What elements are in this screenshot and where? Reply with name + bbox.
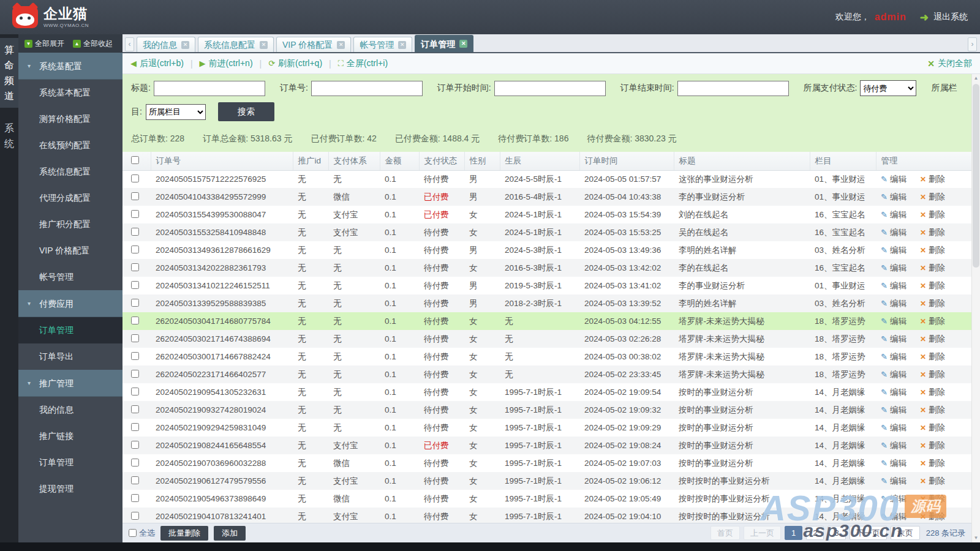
- add-button[interactable]: 添加: [214, 526, 246, 541]
- delete-button[interactable]: ✕删除: [920, 440, 945, 451]
- delete-button[interactable]: ✕删除: [920, 351, 945, 362]
- edit-button[interactable]: ✎编辑: [881, 476, 907, 487]
- back-button[interactable]: ◀ 后退(ctrl+b): [130, 58, 184, 69]
- refresh-button[interactable]: ⟳ 刷新(ctrl+q): [268, 58, 322, 69]
- delete-button[interactable]: ✕删除: [920, 209, 945, 220]
- page-next-button[interactable]: 下一页: [850, 526, 887, 540]
- edit-button[interactable]: ✎编辑: [881, 422, 907, 433]
- tab-close-icon[interactable]: ✕: [398, 41, 406, 49]
- sidebar-item[interactable]: VIP 价格配置: [18, 238, 123, 264]
- delete-button[interactable]: ✕删除: [920, 405, 945, 416]
- row-checkbox[interactable]: [131, 388, 139, 395]
- sidebar-group-2[interactable]: ▾付费应用: [18, 290, 123, 317]
- row-checkbox[interactable]: [131, 192, 139, 200]
- edit-button[interactable]: ✎编辑: [881, 263, 907, 274]
- row-checkbox[interactable]: [131, 352, 139, 360]
- scrollbar-thumb[interactable]: [973, 84, 979, 268]
- tab-close-icon[interactable]: ✕: [337, 41, 345, 49]
- row-checkbox[interactable]: [131, 476, 139, 484]
- edit-button[interactable]: ✎编辑: [881, 280, 907, 291]
- tab-scroll-right-icon[interactable]: ›: [968, 37, 977, 51]
- select-all-checkbox[interactable]: [129, 529, 137, 537]
- row-checkbox[interactable]: [131, 246, 139, 253]
- delete-button[interactable]: ✕删除: [920, 422, 945, 433]
- sidebar-item[interactable]: 推广积分配置: [18, 211, 123, 238]
- pay-status-select[interactable]: 待付费: [860, 80, 916, 96]
- batch-delete-button[interactable]: 批量删除: [160, 526, 208, 541]
- scroll-down-icon[interactable]: ▼: [972, 534, 980, 542]
- header-checkbox[interactable]: [131, 156, 139, 164]
- collapse-all-button[interactable]: ▲ 全部收起: [73, 39, 113, 49]
- tab-item[interactable]: 系统信息配置✕: [198, 37, 274, 52]
- edit-button[interactable]: ✎编辑: [881, 458, 907, 469]
- delete-button[interactable]: ✕删除: [920, 280, 945, 291]
- row-checkbox[interactable]: [131, 210, 139, 218]
- start-time-input[interactable]: [494, 81, 606, 96]
- sidebar-item[interactable]: 订单管理: [18, 449, 123, 476]
- edit-button[interactable]: ✎编辑: [881, 511, 907, 522]
- sidebar-item[interactable]: 代理分成配置: [18, 185, 123, 211]
- sidebar-item[interactable]: 测算价格配置: [18, 106, 123, 132]
- row-checkbox[interactable]: [131, 512, 139, 520]
- column-select[interactable]: 所属栏目: [146, 104, 206, 120]
- delete-button[interactable]: ✕删除: [920, 174, 945, 185]
- edit-button[interactable]: ✎编辑: [881, 493, 907, 504]
- delete-button[interactable]: ✕删除: [920, 298, 945, 309]
- edit-button[interactable]: ✎编辑: [881, 405, 907, 416]
- tab-item[interactable]: 我的信息✕: [137, 37, 195, 52]
- page-number-3[interactable]: 3: [827, 526, 845, 540]
- module-tab-2[interactable]: 系统: [0, 116, 18, 156]
- page-number-1[interactable]: 1: [785, 526, 802, 540]
- delete-button[interactable]: ✕删除: [920, 245, 945, 256]
- tab-active[interactable]: 订单管理✕: [415, 35, 473, 52]
- sidebar-item[interactable]: 提现管理: [18, 476, 123, 502]
- edit-button[interactable]: ✎编辑: [881, 245, 907, 256]
- end-time-input[interactable]: [677, 81, 789, 96]
- delete-button[interactable]: ✕删除: [920, 458, 945, 469]
- delete-button[interactable]: ✕删除: [920, 334, 945, 345]
- edit-button[interactable]: ✎编辑: [881, 316, 907, 327]
- tab-close-icon[interactable]: ✕: [260, 41, 268, 49]
- row-checkbox[interactable]: [131, 174, 139, 182]
- tab-item[interactable]: VIP 价格配置✕: [276, 37, 351, 52]
- delete-button[interactable]: ✕删除: [920, 511, 945, 522]
- page-first-button[interactable]: 首页: [710, 526, 740, 540]
- tab-scroll-left-icon[interactable]: ‹: [125, 37, 134, 51]
- title-input[interactable]: [154, 81, 265, 96]
- order-no-input[interactable]: [311, 81, 423, 96]
- sidebar-item[interactable]: 在线预约配置: [18, 132, 123, 159]
- sidebar-item[interactable]: 系统基本配置: [18, 80, 123, 106]
- delete-button[interactable]: ✕删除: [920, 387, 945, 398]
- delete-button[interactable]: ✕删除: [920, 263, 945, 274]
- vertical-scrollbar[interactable]: ▲ ▼: [971, 74, 980, 542]
- page-last-button[interactable]: 末页: [891, 526, 920, 540]
- edit-button[interactable]: ✎编辑: [881, 209, 907, 220]
- forward-button[interactable]: ▶ 前进(ctrl+n): [200, 58, 253, 69]
- delete-button[interactable]: ✕删除: [920, 493, 945, 504]
- edit-button[interactable]: ✎编辑: [881, 192, 907, 203]
- row-checkbox[interactable]: [131, 299, 139, 307]
- delete-button[interactable]: ✕删除: [920, 227, 945, 238]
- row-checkbox[interactable]: [131, 370, 139, 378]
- page-prev-button[interactable]: 上一页: [744, 526, 781, 540]
- row-checkbox[interactable]: [131, 441, 139, 449]
- sidebar-item[interactable]: 订单管理: [18, 317, 123, 343]
- row-checkbox[interactable]: [131, 317, 139, 324]
- row-checkbox[interactable]: [131, 459, 139, 467]
- edit-button[interactable]: ✎编辑: [881, 387, 907, 398]
- row-checkbox[interactable]: [131, 281, 139, 289]
- sidebar-item[interactable]: 我的信息: [18, 397, 123, 423]
- row-checkbox[interactable]: [131, 405, 139, 413]
- search-button[interactable]: 搜索: [218, 102, 274, 121]
- delete-button[interactable]: ✕删除: [920, 316, 945, 327]
- row-checkbox[interactable]: [131, 263, 139, 271]
- edit-button[interactable]: ✎编辑: [881, 298, 907, 309]
- delete-button[interactable]: ✕删除: [920, 192, 945, 203]
- sidebar-item[interactable]: 推广链接: [18, 423, 123, 449]
- row-checkbox[interactable]: [131, 334, 139, 342]
- tab-item[interactable]: 帐号管理✕: [353, 37, 412, 52]
- close-all-button[interactable]: ✕ 关闭全部: [927, 58, 972, 69]
- tab-close-icon[interactable]: ✕: [181, 41, 189, 49]
- sidebar-group-1[interactable]: ▾系统基配置: [18, 53, 123, 80]
- sidebar-item[interactable]: 订单导出: [18, 343, 123, 370]
